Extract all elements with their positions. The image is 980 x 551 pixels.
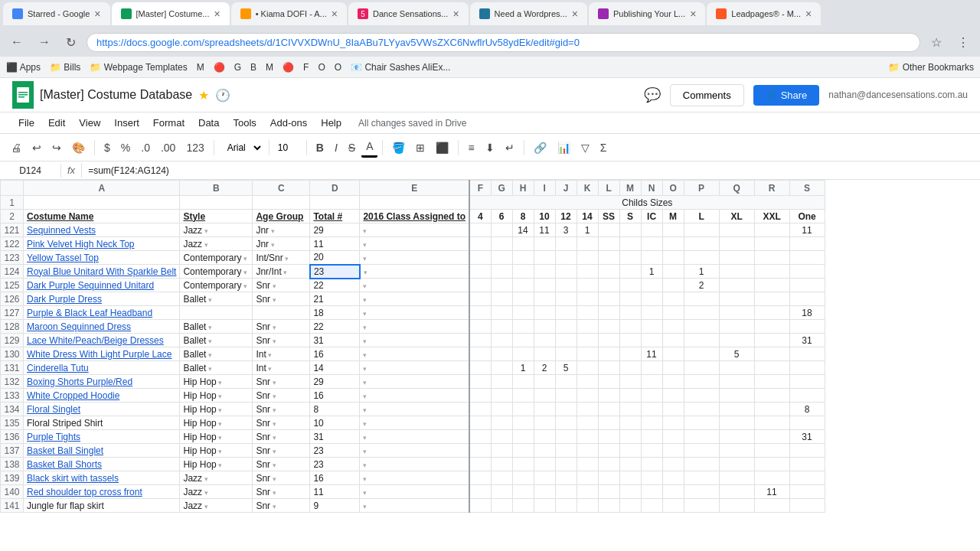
cell-O139[interactable]: [662, 471, 684, 485]
cell-N139[interactable]: [641, 471, 662, 485]
font-selector[interactable]: Arial: [219, 139, 264, 156]
cell-K125[interactable]: [577, 279, 598, 292]
cell-M131[interactable]: [619, 361, 641, 375]
cell-L133[interactable]: [598, 389, 619, 403]
fill-color-button[interactable]: 🪣: [387, 139, 410, 157]
tab-leadpages[interactable]: Leadpages® - M... ×: [707, 2, 821, 25]
cell-R2[interactable]: XXL: [754, 210, 789, 223]
cell-H136[interactable]: [512, 430, 534, 444]
cell-H139[interactable]: [512, 471, 534, 485]
cell-J124[interactable]: [555, 265, 577, 279]
cell-G129[interactable]: [491, 334, 512, 347]
cell-R136[interactable]: [754, 430, 789, 444]
cell-A128[interactable]: Maroon Sequinned Dress: [24, 320, 180, 334]
col-header-L[interactable]: L: [598, 181, 619, 196]
history-icon[interactable]: 🕐: [215, 88, 230, 103]
cell-Q134[interactable]: [719, 403, 754, 416]
cell-L131[interactable]: [598, 361, 619, 375]
cell-B124[interactable]: Contemporary ▾: [180, 265, 253, 279]
col-header-I[interactable]: I: [534, 181, 555, 196]
cell-B137[interactable]: Hip Hop ▾: [180, 444, 253, 458]
cell-O122[interactable]: [662, 237, 684, 251]
cell-M139[interactable]: [619, 471, 641, 485]
menu-help[interactable]: Help: [315, 116, 348, 130]
cell-J134[interactable]: [555, 403, 577, 416]
cell-P136[interactable]: [684, 430, 719, 444]
cell-E132[interactable]: ▾: [360, 375, 469, 389]
cell-S126[interactable]: [789, 292, 825, 306]
col-header-G[interactable]: G: [491, 181, 512, 196]
cell-Q140[interactable]: [719, 485, 754, 499]
tab-kiama[interactable]: • Kiama DOFI - A... ×: [231, 2, 347, 25]
cell-Q138[interactable]: [719, 458, 754, 471]
cell-D139[interactable]: 16: [310, 471, 360, 485]
cell-L123[interactable]: [598, 251, 619, 265]
bookmark-icon5[interactable]: M: [266, 62, 273, 73]
cell-O131[interactable]: [662, 361, 684, 375]
cell-C121[interactable]: Jnr ▾: [253, 223, 310, 237]
cell-P137[interactable]: [684, 444, 719, 458]
cell-A127[interactable]: Purple & Black Leaf Headband: [24, 306, 180, 320]
cell-N137[interactable]: [641, 444, 662, 458]
cell-K132[interactable]: [577, 375, 598, 389]
cell-R137[interactable]: [754, 444, 789, 458]
cell-D1[interactable]: [310, 196, 360, 210]
cell-D121[interactable]: 29: [310, 223, 360, 237]
cell-O141[interactable]: [662, 499, 684, 513]
cell-N125[interactable]: [641, 279, 662, 292]
cell-E127[interactable]: ▾: [360, 306, 469, 320]
cell-M135[interactable]: [619, 416, 641, 430]
cell-M124[interactable]: [619, 265, 641, 279]
cell-D134[interactable]: 8: [310, 403, 360, 416]
cell-G138[interactable]: [491, 458, 512, 471]
col-header-B[interactable]: B: [180, 181, 253, 196]
cell-E128[interactable]: ▾: [360, 320, 469, 334]
format-123-button[interactable]: 123: [181, 139, 208, 157]
cell-H127[interactable]: [512, 306, 534, 320]
functions-button[interactable]: Σ: [596, 139, 612, 157]
cell-P126[interactable]: [684, 292, 719, 306]
cell-P141[interactable]: [684, 499, 719, 513]
cell-C127[interactable]: [253, 306, 310, 320]
col-header-C[interactable]: C: [253, 181, 310, 196]
cell-G134[interactable]: [491, 403, 512, 416]
cell-S137[interactable]: [789, 444, 825, 458]
cell-N134[interactable]: [641, 403, 662, 416]
cell-G121[interactable]: [491, 223, 512, 237]
h-align-button[interactable]: ≡: [463, 139, 479, 157]
bookmark-button[interactable]: ☆: [926, 34, 946, 51]
cell-D123[interactable]: 20: [310, 251, 360, 265]
cell-E124[interactable]: ▾: [360, 265, 469, 279]
cell-I2[interactable]: 10: [534, 210, 555, 223]
cell-M136[interactable]: [619, 430, 641, 444]
cell-S128[interactable]: [789, 320, 825, 334]
cell-H131[interactable]: 1: [512, 361, 534, 375]
cell-Q129[interactable]: [719, 334, 754, 347]
cell-F122[interactable]: [469, 237, 491, 251]
bookmark-icon7[interactable]: F: [303, 62, 309, 73]
cell-L139[interactable]: [598, 471, 619, 485]
col-header-A[interactable]: A: [24, 181, 180, 196]
menu-tools[interactable]: Tools: [227, 116, 262, 130]
cell-A129[interactable]: Lace White/Peach/Beige Dresses: [24, 334, 180, 347]
cell-F137[interactable]: [469, 444, 491, 458]
cell-P134[interactable]: [684, 403, 719, 416]
cell-M123[interactable]: [619, 251, 641, 265]
cell-G141[interactable]: [491, 499, 512, 513]
cell-E141[interactable]: ▾: [360, 499, 469, 513]
cell-E140[interactable]: ▾: [360, 485, 469, 499]
insert-chart-button[interactable]: 📊: [553, 139, 575, 157]
cell-S138[interactable]: [789, 458, 825, 471]
col-header-S[interactable]: S: [789, 181, 825, 196]
cell-L128[interactable]: [598, 320, 619, 334]
cell-J137[interactable]: [555, 444, 577, 458]
cell-D129[interactable]: 31: [310, 334, 360, 347]
cell-R135[interactable]: [754, 416, 789, 430]
paint-format-button[interactable]: 🎨: [67, 139, 90, 157]
cell-I124[interactable]: [534, 265, 555, 279]
cell-D133[interactable]: 16: [310, 389, 360, 403]
cell-J139[interactable]: [555, 471, 577, 485]
cell-M125[interactable]: [619, 279, 641, 292]
cell-G140[interactable]: [491, 485, 512, 499]
cell-H122[interactable]: [512, 237, 534, 251]
